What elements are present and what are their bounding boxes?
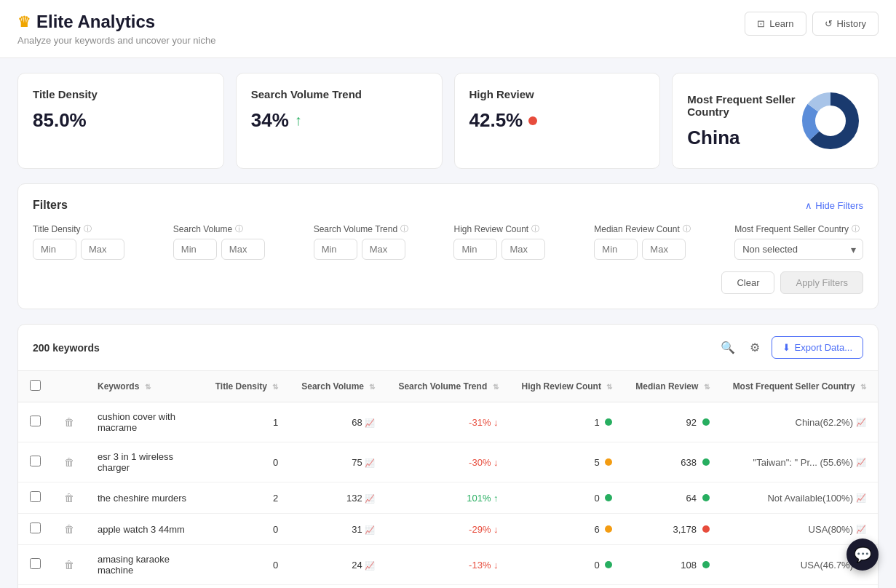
learn-button[interactable]: ⊡ Learn	[745, 12, 806, 36]
row-checkbox[interactable]	[30, 456, 41, 466]
delete-row-button[interactable]: 🗑	[64, 416, 74, 428]
row-checkbox-cell[interactable]	[18, 514, 52, 545]
filter-title-density-min[interactable]	[33, 239, 76, 260]
settings-button[interactable]: ⚙	[747, 338, 763, 357]
filter-svtrend-inputs	[314, 239, 443, 260]
th-search-volume[interactable]: Search Volume ⇅	[290, 371, 386, 402]
filter-country-wrapper: Non selected China USA Taiwan	[734, 239, 863, 260]
sort-icon-keywords: ⇅	[145, 383, 151, 391]
search-icon: 🔍	[721, 341, 735, 354]
sort-icon-sv: ⇅	[369, 383, 375, 391]
filter-median-review-max[interactable]	[642, 239, 686, 260]
row-seller-country: USA(36.2%) 📈	[721, 585, 878, 589]
row-keyword: g.e. opal ice maker	[86, 585, 204, 589]
row-checkbox[interactable]	[30, 491, 41, 502]
filters-card: Filters ∧ Hide Filters Title Density ⓘ	[17, 183, 879, 309]
apply-filters-button[interactable]: Apply Filters	[780, 271, 863, 294]
info-icon-3[interactable]: ⓘ	[400, 223, 408, 234]
row-delete-cell[interactable]: 🗑	[52, 545, 86, 585]
stat-hr-label: High Review	[469, 88, 646, 100]
delete-row-button[interactable]: 🗑	[64, 559, 74, 571]
row-delete-cell[interactable]: 🗑	[52, 402, 86, 442]
country-value: USA(80%) 📈	[733, 524, 866, 535]
header: ♛ Elite Analytics Analyze your keywords …	[0, 0, 896, 58]
row-search-volume: 68 📈	[290, 402, 386, 442]
chart-icon: 📈	[365, 458, 375, 467]
export-button[interactable]: ⬇ Export Data...	[772, 336, 863, 359]
row-delete-cell[interactable]: 🗑	[52, 585, 86, 589]
filter-high-review-max[interactable]	[501, 239, 545, 260]
row-checkbox-cell[interactable]	[18, 442, 52, 482]
row-median-review: 638	[624, 442, 721, 482]
header-actions: ⊡ Learn ↺ History	[745, 12, 879, 36]
hide-filters-label: Hide Filters	[815, 200, 863, 211]
hide-filters-button[interactable]: ∧ Hide Filters	[805, 200, 863, 211]
row-delete-cell[interactable]: 🗑	[52, 514, 86, 545]
th-high-review[interactable]: High Review Count ⇅	[510, 371, 625, 402]
delete-row-button[interactable]: 🗑	[64, 523, 74, 535]
th-delete	[52, 371, 86, 402]
row-checkbox[interactable]	[30, 416, 41, 426]
row-checkbox[interactable]	[30, 523, 41, 533]
filter-country-select[interactable]: Non selected China USA Taiwan	[734, 239, 863, 260]
row-title-density: 0	[204, 545, 290, 585]
history-button[interactable]: ↺ History	[812, 12, 879, 36]
sort-icon-svt: ⇅	[493, 383, 499, 391]
filter-search-volume-max[interactable]	[221, 239, 265, 260]
filter-country-label: Most Frequent Seller Country ⓘ	[734, 223, 863, 234]
filters-actions: Clear Apply Filters	[33, 271, 863, 294]
high-review-dot	[605, 561, 612, 568]
filter-search-volume-label: Search Volume ⓘ	[173, 223, 302, 234]
filter-title-density-max[interactable]	[81, 239, 124, 260]
th-seller-country[interactable]: Most Frequent Seller Country ⇅	[721, 371, 878, 402]
info-icon[interactable]: ⓘ	[84, 223, 92, 234]
row-keyword: amasing karaoke machine	[86, 545, 204, 585]
th-select-all[interactable]	[18, 371, 52, 402]
filter-median-review-min[interactable]	[594, 239, 638, 260]
info-icon-6[interactable]: ⓘ	[852, 223, 860, 234]
row-checkbox[interactable]	[30, 558, 41, 569]
trend-up-icon: ↑	[295, 112, 302, 129]
chart-icon: 📈	[365, 525, 375, 534]
donut-chart	[798, 88, 863, 154]
th-median-review[interactable]: Median Review ⇅	[624, 371, 721, 402]
search-button[interactable]: 🔍	[718, 338, 738, 357]
filter-high-review-min[interactable]	[453, 239, 497, 260]
row-title-density: 0	[204, 442, 290, 482]
filter-svtrend-min[interactable]	[314, 239, 357, 260]
delete-row-button[interactable]: 🗑	[64, 456, 74, 468]
row-high-review: 0	[510, 482, 625, 514]
app-title-row: ♛ Elite Analytics	[17, 12, 215, 32]
country-value: "Taiwan": " Pr... (55.6%) 📈	[733, 457, 866, 468]
row-median-review: 3,178	[624, 514, 721, 545]
info-icon-2[interactable]: ⓘ	[235, 223, 243, 234]
row-checkbox-cell[interactable]	[18, 545, 52, 585]
clear-button[interactable]: Clear	[721, 271, 774, 294]
filter-svtrend-max[interactable]	[362, 239, 405, 260]
th-keywords[interactable]: Keywords ⇅	[86, 371, 204, 402]
table-row: 🗑 esr 3 in 1 wireless charger 0 75 📈 -30…	[18, 442, 878, 482]
row-title-density: 2	[204, 482, 290, 514]
info-icon-5[interactable]: ⓘ	[683, 223, 691, 234]
filters-title: Filters	[33, 199, 68, 212]
delete-row-button[interactable]: 🗑	[64, 492, 74, 504]
chat-button[interactable]: 💬	[847, 539, 879, 571]
info-icon-4[interactable]: ⓘ	[531, 223, 539, 234]
crown-icon: ♛	[17, 13, 31, 31]
row-checkbox-cell[interactable]	[18, 585, 52, 589]
trend-value: -29% ↓	[469, 524, 498, 535]
row-seller-country: China(62.2%) 📈	[721, 402, 878, 442]
chart-icon: 📈	[365, 561, 375, 570]
table-actions: 🔍 ⚙ ⬇ Export Data...	[718, 336, 863, 359]
select-all-checkbox[interactable]	[30, 380, 41, 391]
row-checkbox-cell[interactable]	[18, 402, 52, 442]
th-svtrend[interactable]: Search Volume Trend ⇅	[386, 371, 510, 402]
trend-value: 101% ↑	[467, 493, 498, 504]
th-title-density[interactable]: Title Density ⇅	[204, 371, 290, 402]
table-row: 🗑 amasing karaoke machine 0 24 📈 -13% ↓ …	[18, 545, 878, 585]
filter-search-volume-min[interactable]	[173, 239, 217, 260]
row-checkbox-cell[interactable]	[18, 482, 52, 514]
row-keyword: esr 3 in 1 wireless charger	[86, 442, 204, 482]
row-delete-cell[interactable]: 🗑	[52, 482, 86, 514]
row-delete-cell[interactable]: 🗑	[52, 442, 86, 482]
